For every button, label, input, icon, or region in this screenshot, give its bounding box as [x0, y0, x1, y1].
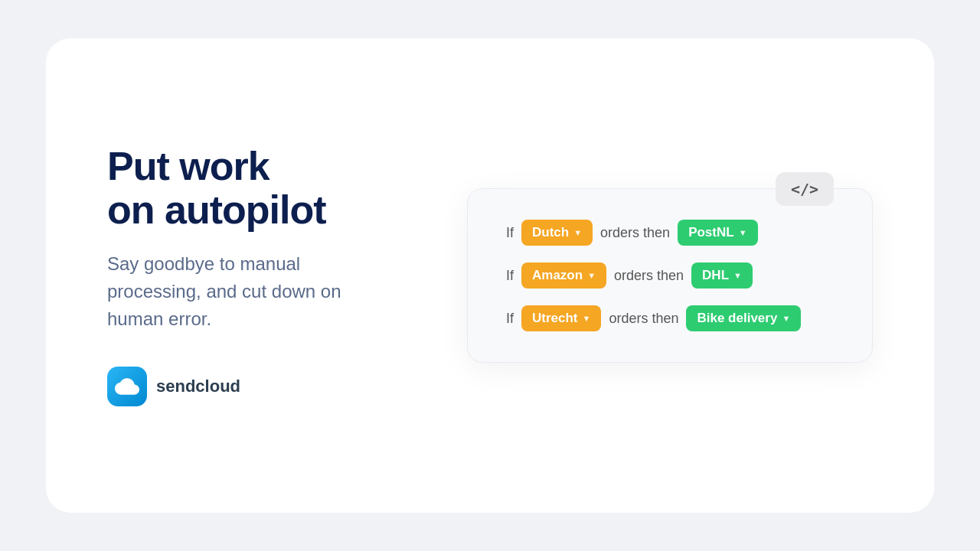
- right-section: </> If Dutch ▼ orders then PostNL ▼ If A…: [467, 188, 873, 363]
- code-badge: </>: [776, 172, 834, 206]
- condition-dropdown-3[interactable]: Utrecht ▼: [521, 305, 601, 331]
- rule-row: If Amazon ▼ orders then DHL ▼: [506, 262, 834, 289]
- rule-then-label-3: orders then: [609, 311, 678, 327]
- dropdown-arrow-3: ▼: [583, 314, 591, 323]
- condition-dropdown-2[interactable]: Amazon ▼: [521, 262, 606, 289]
- action-dropdown-3[interactable]: Bike delivery ▼: [686, 305, 801, 331]
- brand-name: sendcloud: [156, 377, 240, 396]
- brand: sendcloud: [107, 367, 398, 406]
- rule-row: If Dutch ▼ orders then PostNL ▼: [506, 220, 834, 246]
- rule-if-label-2: If: [506, 268, 514, 284]
- cloud-icon: [115, 374, 139, 399]
- subtext: Say goodbye to manual processing, and cu…: [107, 250, 398, 333]
- dropdown-arrow-action-2: ▼: [733, 271, 742, 280]
- rule-if-label-3: If: [506, 311, 514, 327]
- dropdown-arrow-action-1: ▼: [739, 228, 747, 237]
- rule-then-label-2: orders then: [614, 268, 684, 284]
- dropdown-arrow-1: ▼: [573, 228, 582, 237]
- dropdown-arrow-action-3: ▼: [782, 314, 790, 323]
- headline: Put work on autopilot: [107, 145, 398, 232]
- rule-if-label-1: If: [506, 225, 514, 241]
- mockup-card: </> If Dutch ▼ orders then PostNL ▼ If A…: [467, 188, 873, 363]
- brand-icon: [107, 367, 147, 406]
- condition-dropdown-1[interactable]: Dutch ▼: [521, 220, 593, 246]
- dropdown-arrow-2: ▼: [587, 271, 596, 280]
- rule-then-label-1: orders then: [600, 225, 670, 241]
- rule-row: If Utrecht ▼ orders then Bike delivery ▼: [506, 305, 834, 331]
- main-card: Put work on autopilot Say goodbye to man…: [46, 38, 934, 513]
- action-dropdown-1[interactable]: PostNL ▼: [678, 220, 757, 246]
- left-section: Put work on autopilot Say goodbye to man…: [107, 145, 398, 406]
- action-dropdown-2[interactable]: DHL ▼: [691, 262, 753, 289]
